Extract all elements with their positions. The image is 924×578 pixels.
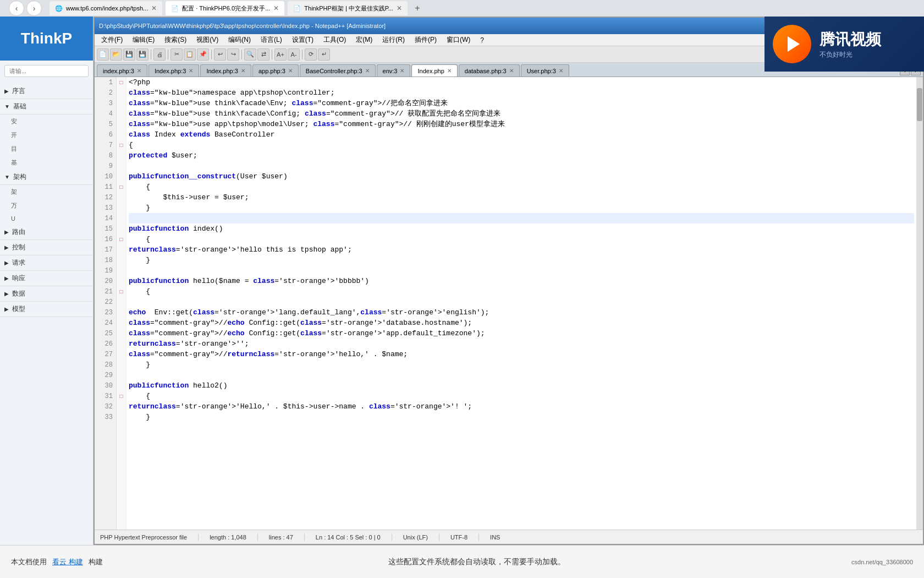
browser-tab-3[interactable]: 📄 ThinkPHP框架 | 中文最佳实践P... ✕ (288, 1, 408, 15)
editor-tab-6[interactable]: env:3 ✕ (377, 64, 411, 77)
scrollbar[interactable] (916, 77, 923, 530)
editor-tab-5[interactable]: BaseController.php:3 ✕ (300, 64, 376, 77)
toolbar-find[interactable]: 🔍 (244, 48, 256, 61)
toolbar-replace[interactable]: ⇄ (257, 48, 270, 61)
menu-tools[interactable]: 工具(O) (319, 34, 350, 46)
editor-tab-1[interactable]: index.php:3 ✕ (97, 64, 147, 77)
tab-label: BaseController.php:3 (306, 68, 362, 74)
toolbar-copy[interactable]: 📋 (184, 48, 196, 61)
bottom-link[interactable]: 看云 构建 (52, 557, 83, 567)
editor-tab-4[interactable]: app.php:3 ✕ (252, 64, 299, 77)
menu-edit[interactable]: 编辑(E) (128, 34, 159, 46)
menu-macro[interactable]: 宏(M) (351, 34, 377, 46)
bottom-prefix: 本文档使用 (11, 557, 47, 567)
sidebar-item-model[interactable]: ▶ 模型 (0, 302, 93, 317)
arrow-icon: ▼ (4, 103, 10, 110)
tab-close[interactable]: ✕ (400, 68, 404, 74)
tab-close[interactable]: ✕ (137, 68, 141, 74)
code-area[interactable]: 1234567891011121314151617181920212223242… (95, 77, 923, 530)
toolbar-undo[interactable]: ↩ (214, 48, 226, 61)
tab-label: index.php:3 (103, 68, 134, 74)
arrow-icon: ▶ (4, 229, 9, 235)
browser-tab-1[interactable]: 🌐 www.tp6.com/index.php/tpsh... ✕ (50, 1, 162, 15)
tab-label: www.tp6.com/index.php/tpsh... (66, 5, 148, 12)
toolbar-separator (211, 50, 212, 59)
tab-close-button[interactable]: ✕ (273, 4, 279, 12)
npp-statusbar: PHP Hypertext Preprocessor file length :… (95, 530, 923, 544)
editor-tab-2[interactable]: Index.php:3 ✕ (148, 64, 200, 77)
tab-close[interactable]: ✕ (365, 68, 370, 74)
toolbar-zoom-in[interactable]: A+ (274, 48, 287, 61)
sidebar-subitem-arch-3[interactable]: U (0, 212, 93, 225)
sidebar-subitem-4[interactable]: 基 (0, 156, 93, 170)
forward-button[interactable]: › (26, 1, 42, 16)
sidebar-subitem-1[interactable]: 安 (0, 114, 93, 128)
tab-label: Index.php:3 (206, 68, 238, 74)
tab-close[interactable]: ✕ (288, 68, 293, 74)
sidebar-item-preface[interactable]: ▶ 序言 (0, 84, 93, 99)
toolbar-print[interactable]: 🖨 (153, 48, 166, 61)
toolbar-separator (241, 50, 242, 59)
tab-close[interactable]: ✕ (241, 68, 245, 74)
sidebar-label: 请求 (12, 258, 25, 268)
sidebar-item-request[interactable]: ▶ 请求 (0, 255, 93, 271)
left-sidebar: ThinkP ▶ 序言 ▼ 基础 安 开 目 基 ▼ 架构 架 万 U ▶ 路由… (0, 17, 94, 578)
sidebar-item-control[interactable]: ▶ 控制 (0, 240, 93, 255)
toolbar-saveall[interactable]: 💾 (136, 48, 148, 61)
sidebar-item-response[interactable]: ▶ 响应 (0, 271, 93, 286)
tab-close[interactable]: ✕ (559, 68, 563, 74)
sidebar-subitem-arch-2[interactable]: 万 (0, 199, 93, 212)
bottom-bar: 本文档使用 看云 构建 构建 这些配置文件系统都会自动读取，不需要手动加载。 c… (0, 545, 924, 578)
status-separator (198, 533, 199, 541)
browser-tab-2[interactable]: 📄 配置 · ThinkPHP6.0完全开发手... ✕ (166, 1, 284, 15)
editor-tab-7[interactable]: Index.php ✕ (411, 64, 457, 77)
new-tab-button[interactable]: + (411, 2, 424, 15)
tab-close[interactable]: ✕ (509, 68, 514, 74)
menu-settings[interactable]: 设置(T) (288, 34, 318, 46)
toolbar-sync[interactable]: ⟳ (305, 48, 317, 61)
menu-lang[interactable]: 语言(L) (256, 34, 287, 46)
tab-close[interactable]: ✕ (189, 68, 193, 74)
logo-text: ThinkP (21, 30, 72, 47)
scrollbar-thumb[interactable] (917, 88, 922, 121)
menu-encode[interactable]: 编码(N) (224, 34, 255, 46)
menu-search[interactable]: 搜索(S) (160, 34, 191, 46)
tab-close-button[interactable]: ✕ (397, 4, 402, 12)
sidebar-item-arch[interactable]: ▼ 架构 (0, 170, 93, 185)
bottom-url: csdn.net/qq_33608000 (851, 559, 913, 565)
menu-plugins[interactable]: 插件(P) (410, 34, 441, 46)
menu-file[interactable]: 文件(F) (97, 34, 127, 46)
sidebar-label: 控制 (12, 243, 25, 252)
toolbar-open[interactable]: 📂 (110, 48, 122, 61)
toolbar-separator (168, 50, 168, 59)
editor-tab-9[interactable]: User.php:3 ✕ (521, 64, 569, 77)
code-content[interactable]: <?phpclass="kw-blue">namespace app\tpsho… (127, 77, 916, 530)
editor-tab-3[interactable]: Index.php:3 ✕ (200, 64, 251, 77)
toolbar-new[interactable]: 📄 (97, 48, 109, 61)
sidebar-item-route[interactable]: ▶ 路由 (0, 225, 93, 240)
toolbar-cut[interactable]: ✂ (170, 48, 183, 61)
video-brand-name: 腾讯视频 (820, 29, 881, 50)
menu-help[interactable]: ? (476, 35, 488, 45)
tab-close[interactable]: ✕ (447, 68, 452, 74)
toolbar-paste[interactable]: 📌 (197, 48, 209, 61)
menu-run[interactable]: 运行(R) (378, 34, 409, 46)
toolbar-redo[interactable]: ↪ (227, 48, 239, 61)
sidebar-subitem-2[interactable]: 开 (0, 128, 93, 142)
sidebar-item-basic[interactable]: ▼ 基础 (0, 99, 93, 114)
editor-window: D:\phpStudy\PHPTutorial\WWW\thinkphp6\tp… (94, 17, 924, 545)
sidebar-label: 架构 (13, 172, 26, 182)
play-triangle-icon (788, 36, 800, 52)
toolbar-zoom-out[interactable]: A- (288, 48, 300, 61)
sidebar-item-data[interactable]: ▶ 数据 (0, 286, 93, 302)
menu-window[interactable]: 窗口(W) (442, 34, 475, 46)
editor-tab-8[interactable]: database.php:3 ✕ (459, 64, 520, 77)
toolbar-wrap[interactable]: ↵ (318, 48, 330, 61)
menu-view[interactable]: 视图(V) (192, 34, 223, 46)
sidebar-subitem-arch-1[interactable]: 架 (0, 185, 93, 199)
sidebar-subitem-3[interactable]: 目 (0, 142, 93, 156)
toolbar-save[interactable]: 💾 (123, 48, 135, 61)
back-button[interactable]: ‹ (9, 1, 24, 16)
tab-close-button[interactable]: ✕ (151, 4, 157, 12)
sidebar-search-input[interactable] (4, 65, 89, 77)
